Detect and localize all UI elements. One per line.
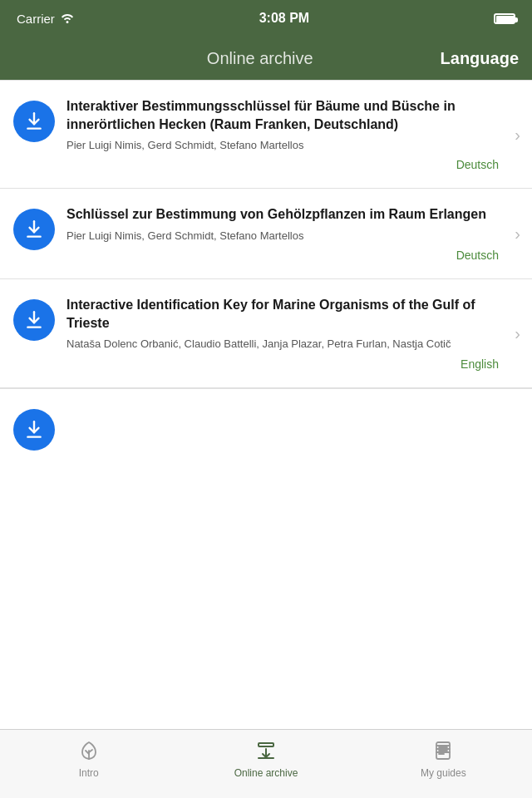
list-item[interactable]: Interaktiver Bestimmungsschlüssel für Bä…: [0, 80, 532, 189]
chevron-right-icon-1: ›: [515, 125, 520, 144]
item-language-3: English: [66, 357, 499, 371]
battery-fill: [496, 16, 515, 23]
svg-rect-11: [259, 743, 273, 746]
list-container: Interaktiver Bestimmungsschlüssel für Bä…: [0, 80, 532, 729]
item-content-2: Schlüssel zur Bestimmung von Gehölzpflan…: [66, 205, 519, 262]
carrier-text: Carrier: [17, 12, 55, 26]
tab-bar: Intro Online archive My g: [0, 729, 532, 798]
item-content-1: Interaktiver Bestimmungsschlüssel für Bä…: [66, 97, 519, 171]
item-authors-1: Pier Luigi Nimis, Gerd Schmidt, Stefano …: [66, 138, 499, 153]
nav-title: Online archive: [80, 49, 441, 68]
wifi-icon: [60, 12, 75, 26]
download-icon-3: [13, 299, 55, 341]
item-authors-3: Nataša Dolenc Orbanić, Claudio Battelli,…: [66, 337, 499, 352]
item-content-3: Interactive Identification Key for Marin…: [66, 296, 519, 370]
item-authors-2: Pier Luigi Nimis, Gerd Schmidt, Stefano …: [66, 229, 499, 244]
battery-shape: [494, 13, 515, 24]
battery-indicator: [494, 13, 515, 24]
download-icon-4: [13, 409, 55, 451]
leaf-icon: [76, 738, 101, 763]
download-icon-1: [13, 101, 55, 142]
status-bar: Carrier 3:08 PM: [0, 0, 532, 37]
chevron-right-icon-2: ›: [515, 224, 520, 244]
item-language-2: Deutsch: [66, 249, 499, 262]
item-title-2: Schlüssel zur Bestimmung von Gehölzpflan…: [66, 205, 499, 224]
carrier-label: Carrier: [17, 12, 75, 26]
download-icon-2: [13, 209, 55, 250]
tab-archive-label: Online archive: [234, 767, 298, 779]
tab-online-archive[interactable]: Online archive: [177, 738, 354, 779]
language-button[interactable]: Language: [441, 49, 519, 68]
navigation-bar: Online archive Language: [0, 37, 532, 80]
list-item[interactable]: Interactive Identification Key for Marin…: [0, 279, 532, 387]
guides-icon: [431, 738, 456, 763]
list-item-partial: [0, 388, 532, 451]
archive-download-icon: [254, 738, 278, 763]
time-display: 3:08 PM: [259, 11, 309, 26]
tab-intro[interactable]: Intro: [0, 738, 177, 779]
chevron-right-icon-3: ›: [515, 323, 520, 342]
tab-guides-label: My guides: [421, 767, 466, 779]
list-item[interactable]: Schlüssel zur Bestimmung von Gehölzpflan…: [0, 189, 532, 279]
tab-my-guides[interactable]: My guides: [355, 738, 532, 779]
item-language-1: Deutsch: [66, 158, 499, 171]
tab-intro-label: Intro: [79, 767, 99, 779]
item-title-1: Interaktiver Bestimmungsschlüssel für Bä…: [66, 97, 499, 133]
item-title-3: Interactive Identification Key for Marin…: [66, 296, 499, 332]
